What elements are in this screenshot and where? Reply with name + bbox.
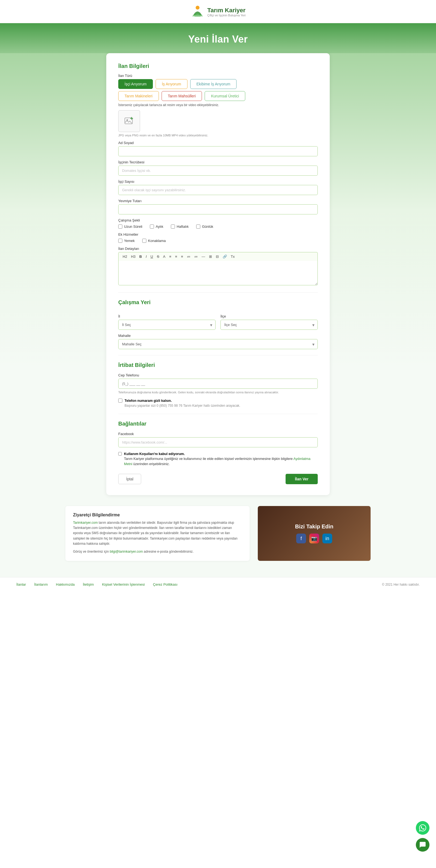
logo-title: Tarım Kariyer bbox=[207, 7, 246, 13]
ilce-select[interactable]: İlçe Seç bbox=[221, 320, 318, 330]
btn-ilan-ver[interactable]: İlan Ver bbox=[286, 474, 318, 484]
telefon-gizli-checkbox[interactable] bbox=[118, 399, 122, 403]
btn-tarim-mahsulleri[interactable]: Tarım Mahsülleri bbox=[162, 91, 202, 101]
form-card: İlan Bilgileri İlan Türü İşçi Arıyorum İ… bbox=[106, 53, 330, 495]
media-upload-box[interactable] bbox=[118, 110, 140, 132]
ilce-col: İlçe İlçe Seç bbox=[221, 310, 318, 330]
konaklama-label: Konaklama bbox=[148, 239, 166, 243]
mahalle-select[interactable]: Mahalle Seç bbox=[118, 339, 318, 349]
isci-tecrubesi-label: İşçinin Tecrübesi bbox=[118, 160, 318, 164]
footer-link-hakkimizda[interactable]: Hakkımızda bbox=[56, 582, 75, 587]
checkbox-aylik[interactable]: Aylık bbox=[150, 224, 163, 228]
ad-soyad-label: Ad Soyad bbox=[118, 141, 318, 145]
checkbox-yemek-input[interactable] bbox=[118, 239, 122, 243]
rte-link[interactable]: 🔗 bbox=[221, 254, 228, 259]
checkbox-aylik-input[interactable] bbox=[150, 224, 154, 228]
checkbox-konaklama-input[interactable] bbox=[142, 239, 146, 243]
divider-3 bbox=[118, 414, 318, 414]
rte-list-number[interactable]: ≔ bbox=[193, 254, 199, 259]
yevmiye-tutari-input[interactable] bbox=[118, 204, 318, 214]
cep-telefonu-label: Cep Telefonu bbox=[118, 373, 318, 377]
media-note: JPG veya PNG resim ve en fazla 10MB MP4 … bbox=[118, 134, 318, 137]
aylik-label: Aylık bbox=[156, 224, 163, 228]
rte-color[interactable]: A bbox=[162, 254, 167, 259]
rte-toolbar: H2 H3 B I U S A ≡ ≡ ≡ ≔ ≔ — ⊞ ⊟ 🔗 Tx bbox=[118, 252, 318, 261]
facebook-label: Facebook bbox=[118, 432, 318, 436]
kullanim-kosullari-label: Kullanım Koşulları'nı kabul ediyorum. bbox=[124, 452, 185, 456]
cep-telefonu-input[interactable] bbox=[118, 379, 318, 389]
footer-info-title: Ziyaretçi Bilgilendirme bbox=[73, 513, 242, 518]
footer-link-iletisim[interactable]: İletişim bbox=[83, 582, 94, 587]
rte-clear[interactable]: Tx bbox=[229, 254, 236, 259]
kullanim-kosullari-text-wrap: Kullanım Koşulları'nı kabul ediyorum. Ta… bbox=[124, 451, 318, 467]
logo-icon bbox=[191, 5, 205, 19]
svg-point-0 bbox=[196, 6, 199, 9]
facebook-input[interactable] bbox=[118, 437, 318, 447]
btn-tarim-makineleri[interactable]: Tarım Makineleri bbox=[118, 91, 159, 101]
ilan-detaylari-textarea[interactable] bbox=[118, 261, 318, 285]
rte-h2[interactable]: H2 bbox=[121, 254, 129, 259]
footer-copyright: © 2021 Her hakkı saklıdır. bbox=[382, 583, 420, 587]
divider-1 bbox=[118, 292, 318, 293]
calisma-sekli-label: Çalışma Şekli bbox=[118, 218, 318, 222]
checkbox-uzun-sureli-input[interactable] bbox=[118, 224, 122, 228]
il-select[interactable]: İl Seç bbox=[118, 320, 215, 330]
footer-link-ilanlarim[interactable]: İlanlarım bbox=[34, 582, 48, 587]
footer-text1: tarım alanında ilan verilebilen bir site… bbox=[73, 521, 237, 546]
checkbox-gunluk[interactable]: Günlük bbox=[196, 224, 213, 228]
rte-align-right[interactable]: ≡ bbox=[179, 254, 185, 259]
rte-h3[interactable]: H3 bbox=[130, 254, 137, 259]
section-calisma-yeri-title: Çalışma Yeri bbox=[118, 299, 318, 306]
kullanim-kosullari-checkbox[interactable] bbox=[118, 452, 122, 456]
follow-title: Bizi Takip Edin bbox=[295, 524, 334, 530]
facebook-icon[interactable]: f bbox=[296, 533, 306, 544]
calisma-sekli-row: Uzun Süreli Aylık Haftalık Günlük bbox=[118, 224, 318, 228]
rte-hr[interactable]: — bbox=[200, 254, 207, 259]
checkbox-gunluk-input[interactable] bbox=[196, 224, 200, 228]
checkbox-uzun-sureli[interactable]: Uzun Süreli bbox=[118, 224, 142, 228]
rte-list-bullet[interactable]: ≔ bbox=[186, 254, 192, 259]
rte-bold[interactable]: B bbox=[138, 254, 143, 259]
checkbox-haftalik-input[interactable] bbox=[171, 224, 175, 228]
btn-is-ariyorum[interactable]: İş Arıyorum bbox=[156, 79, 188, 89]
footer-info-section: Ziyaretçi Bilgilendirme Tarimkariyer.com… bbox=[55, 506, 381, 561]
gunluk-label: Günlük bbox=[202, 224, 213, 228]
checkbox-haftalik[interactable]: Haftalık bbox=[171, 224, 189, 228]
footer-link-kisisel[interactable]: Kişisel Verilerinin İşlenmesi bbox=[102, 582, 145, 587]
mahalle-col: Mahalle Seç bbox=[118, 339, 318, 349]
ek-hizmetler-row: Yemek Konaklama bbox=[118, 239, 318, 243]
media-hint: İsterseniz çalışılacak tarlanıza ait res… bbox=[118, 103, 318, 107]
uzun-sureli-label: Uzun Süreli bbox=[124, 224, 142, 228]
ad-soyad-input[interactable] bbox=[118, 146, 318, 156]
instagram-icon[interactable]: 📷 bbox=[309, 533, 319, 544]
checkbox-konaklama[interactable]: Konaklama bbox=[142, 239, 166, 243]
logo-text: Tarım Kariyer Çiftçi ve İşçinin Buluşma … bbox=[207, 7, 246, 17]
phone-hint: Telefonunuza doğrulama kodu gönderilecek… bbox=[118, 390, 318, 395]
ilce-select-wrap: İlçe Seç bbox=[221, 320, 318, 330]
isci-tecrubesi-input[interactable] bbox=[118, 165, 318, 176]
mahalle-label: Mahalle bbox=[118, 334, 318, 338]
checkbox-yemek[interactable]: Yemek bbox=[118, 239, 135, 243]
site-link[interactable]: Tarimkariyer.com bbox=[73, 521, 98, 525]
linkedin-icon[interactable]: in bbox=[322, 533, 332, 544]
rte-italic[interactable]: I bbox=[144, 254, 148, 259]
btn-iptal[interactable]: İptal bbox=[118, 474, 141, 484]
rte-underline[interactable]: U bbox=[149, 254, 154, 259]
main-wrap: İlan Bilgileri İlan Türü İşçi Arıyorum İ… bbox=[0, 53, 436, 577]
footer-link-cerez[interactable]: Çerez Politikası bbox=[153, 582, 177, 587]
rte-image[interactable]: ⊞ bbox=[208, 254, 213, 259]
isci-sayisi-input[interactable] bbox=[118, 185, 318, 195]
btn-isci-ariyorum[interactable]: İşçi Arıyorum bbox=[118, 79, 153, 89]
kullanim-kosullari-text2: üzerinden erişebilirsiniz. bbox=[133, 462, 169, 466]
footer-link-ilanlar[interactable]: İlanlar bbox=[16, 582, 26, 587]
rte-table[interactable]: ⊟ bbox=[214, 254, 220, 259]
il-col: İl İl Seç bbox=[118, 310, 215, 330]
divider-2 bbox=[118, 355, 318, 355]
footer-email[interactable]: bilgi@tarimkariyer.com bbox=[110, 550, 143, 554]
rte-align-center[interactable]: ≡ bbox=[174, 254, 179, 259]
rte-align-left[interactable]: ≡ bbox=[168, 254, 173, 259]
ilan-turu-row2: Tarım Makineleri Tarım Mahsülleri Kurums… bbox=[118, 91, 318, 101]
btn-ekibime-is-ariyorum[interactable]: Ekibime İş Arıyorum bbox=[190, 79, 237, 89]
rte-strike[interactable]: S bbox=[156, 254, 161, 259]
btn-kurumsal-uretici[interactable]: Kurumsal Üretici bbox=[205, 91, 245, 101]
